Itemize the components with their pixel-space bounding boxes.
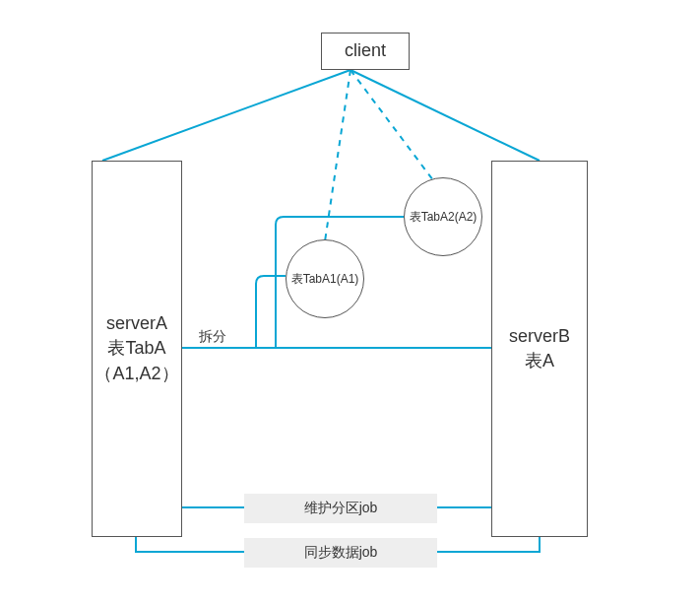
job-maintain: 维护分区job: [244, 494, 437, 523]
job-sync: 同步数据job: [244, 538, 437, 568]
line-client-serverB: [350, 70, 540, 161]
tabA2-label: 表TabA2(A2): [410, 209, 477, 226]
split-label: 拆分: [199, 328, 226, 346]
job-sync-label: 同步数据job: [304, 544, 378, 562]
client-node: client: [321, 33, 410, 70]
serverB-node: serverB 表A: [491, 161, 588, 537]
serverB-table: 表A: [509, 349, 570, 373]
job-maintain-label: 维护分区job: [304, 500, 378, 517]
line-client-tabA2: [350, 70, 442, 192]
serverA-table: 表TabA: [95, 336, 178, 361]
tabA1-label: 表TabA1(A1): [291, 271, 359, 288]
tabA1-node: 表TabA1(A1): [286, 239, 364, 318]
serverA-cols: （A1,A2）: [95, 362, 178, 386]
tabA2-node: 表TabA2(A2): [404, 177, 482, 256]
serverA-name: serverA: [95, 311, 178, 336]
line-split-to-tabA1: [256, 276, 286, 348]
serverA-node: serverA 表TabA （A1,A2）: [92, 161, 182, 537]
client-label: client: [345, 38, 386, 63]
line-client-serverA: [102, 70, 350, 161]
serverB-name: serverB: [509, 324, 570, 349]
line-client-tabA1: [325, 70, 350, 241]
